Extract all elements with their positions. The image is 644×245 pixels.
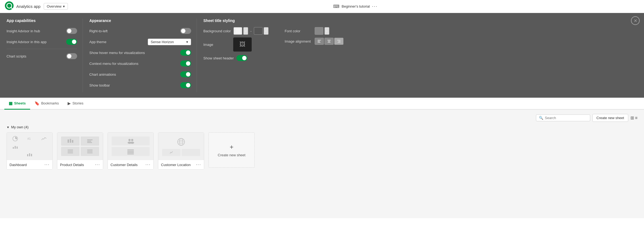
overview-label: Overview	[47, 4, 61, 8]
search-input[interactable]	[545, 116, 587, 120]
tab-sheets[interactable]: ▦ Sheets	[4, 98, 30, 110]
list-view-button[interactable]: ≡	[635, 115, 637, 120]
sheet-title-section: Sheet title styling Background color ▾ -	[197, 18, 637, 92]
chart-animations-toggle[interactable]	[180, 71, 191, 77]
create-new-sheet-button[interactable]: Create new sheet	[592, 114, 628, 122]
chart-animations-label: Chart animations	[89, 72, 116, 77]
font-color-label: Font color	[285, 29, 312, 33]
dashboard-more-button[interactable]: ···	[45, 162, 50, 167]
bg-color-swatch-dark[interactable]	[254, 27, 263, 35]
font-color-swatch[interactable]	[315, 27, 323, 35]
image-alignment-row: Image alignment	[285, 37, 343, 45]
customer-details-preview	[108, 133, 153, 160]
font-color-chevron[interactable]: ▾	[324, 27, 329, 35]
tab-bookmarks-label: Bookmarks	[41, 101, 59, 105]
svg-rect-17	[87, 141, 91, 142]
svg-rect-22	[68, 153, 73, 153]
show-toolbar-row: Show toolbar	[89, 81, 191, 89]
cl-block-2	[182, 149, 200, 156]
overview-dropdown[interactable]: Overview ▾	[44, 3, 68, 10]
svg-point-27	[128, 139, 131, 141]
chart-scripts-label: Chart scripts	[7, 54, 26, 58]
dashboard-footer: Dashboard ···	[7, 160, 52, 169]
app-theme-dropdown[interactable]: Sense Horizon ▾	[148, 39, 191, 45]
right-sheet-styling: Font color ▾ Image alignment	[285, 27, 343, 62]
image-box[interactable]: 🖼	[233, 37, 252, 52]
sheet-card-customer-details[interactable]: Customer Details ···	[108, 132, 154, 170]
bg-color-chevron[interactable]: ▾	[243, 27, 248, 35]
svg-rect-18	[87, 142, 92, 143]
show-toolbar-label: Show toolbar	[89, 83, 110, 87]
product-details-preview	[57, 133, 103, 160]
tab-sheets-label: Sheets	[14, 101, 26, 105]
cl-globe-block	[162, 136, 200, 147]
image-label: Image	[203, 43, 231, 47]
product-details-more-button[interactable]: ···	[95, 162, 100, 167]
show-sheet-header-toggle[interactable]	[236, 55, 247, 61]
content-area: 🔍 Create new sheet ⊞ ≡ ▼ My own (4) #1	[0, 110, 644, 218]
svg-point-30	[130, 142, 134, 144]
app-theme-row: App theme Sense Horizon ▾	[89, 38, 191, 46]
tutorial-icon: ⌨	[333, 4, 339, 9]
align-left-button[interactable]	[315, 38, 324, 45]
preview-icon-1	[8, 134, 22, 143]
close-button[interactable]: ✕	[631, 16, 640, 25]
insight-app-toggle[interactable]	[66, 39, 77, 45]
pd-block-1	[61, 136, 80, 146]
tab-bookmarks[interactable]: 🔖 Bookmarks	[30, 98, 63, 110]
app-capabilities-section: App capabilities Insight Advisor in hub …	[7, 18, 83, 92]
preview-icon-2: #1	[23, 134, 36, 143]
hover-menu-row: Show hover menu for visualizations	[89, 49, 191, 56]
my-own-section: ▼ My own (4)	[7, 125, 637, 129]
preview-icon-8	[23, 151, 36, 158]
customer-location-more-button[interactable]: ···	[196, 162, 201, 167]
more-options-button[interactable]: ···	[372, 4, 378, 9]
hover-menu-toggle[interactable]	[180, 50, 191, 56]
svg-rect-8	[15, 146, 16, 149]
context-menu-row: Context menu for visualizations	[89, 60, 191, 67]
background-color-group: ▾ - ▾	[233, 27, 268, 35]
svg-rect-32	[127, 151, 134, 152]
svg-rect-16	[87, 139, 93, 140]
customer-details-footer: Customer Details ···	[108, 160, 153, 169]
image-row: Image 🖼	[203, 37, 269, 52]
chart-animations-row: Chart animations	[89, 71, 191, 78]
svg-rect-25	[87, 152, 93, 152]
bg-color-chevron2[interactable]: ▾	[264, 27, 269, 35]
svg-text:#1: #1	[27, 137, 31, 140]
align-center-button[interactable]	[324, 38, 334, 45]
svg-rect-19	[68, 149, 73, 150]
sheet-card-dashboard[interactable]: #1 Dashbo	[7, 132, 53, 170]
grid-view-button[interactable]: ⊞	[630, 115, 634, 120]
align-right-button[interactable]	[334, 38, 343, 45]
tutorial-label: Beginner's tutorial	[342, 4, 370, 8]
context-menu-toggle[interactable]	[180, 61, 191, 66]
dashboard-preview: #1	[7, 133, 52, 160]
create-sheet-card-label: Create new sheet	[218, 153, 245, 157]
chart-scripts-row: Chart scripts	[7, 52, 77, 60]
sheet-card-product-details[interactable]: Product Details ···	[57, 132, 103, 170]
preview-icon-6	[37, 144, 51, 150]
insight-hub-row: Insight Advisor in hub	[7, 27, 77, 35]
search-icon: 🔍	[539, 116, 543, 120]
preview-icon-9	[37, 151, 51, 158]
sheet-card-customer-location[interactable]: Customer Location ···	[158, 132, 204, 170]
sheets-grid: #1 Dashbo	[7, 132, 637, 170]
svg-rect-15	[72, 140, 73, 143]
insight-hub-toggle[interactable]	[66, 28, 77, 34]
preview-icon-3	[37, 134, 51, 143]
svg-point-28	[131, 139, 133, 141]
right-to-left-toggle[interactable]	[180, 28, 191, 34]
preview-icon-5	[23, 144, 36, 150]
create-new-sheet-card[interactable]: + Create new sheet	[209, 132, 255, 168]
customer-details-more-button[interactable]: ···	[146, 162, 151, 167]
bg-color-swatch-white[interactable]	[233, 27, 242, 35]
preview-icon-7	[8, 151, 22, 158]
show-toolbar-toggle[interactable]	[180, 82, 191, 88]
pd-block-4	[81, 147, 99, 156]
svg-rect-34	[127, 154, 134, 154]
tab-stories[interactable]: ▶ Stories	[63, 98, 88, 110]
chart-scripts-toggle[interactable]	[66, 53, 77, 59]
pd-block-3	[61, 147, 80, 156]
tab-stories-label: Stories	[72, 101, 83, 105]
